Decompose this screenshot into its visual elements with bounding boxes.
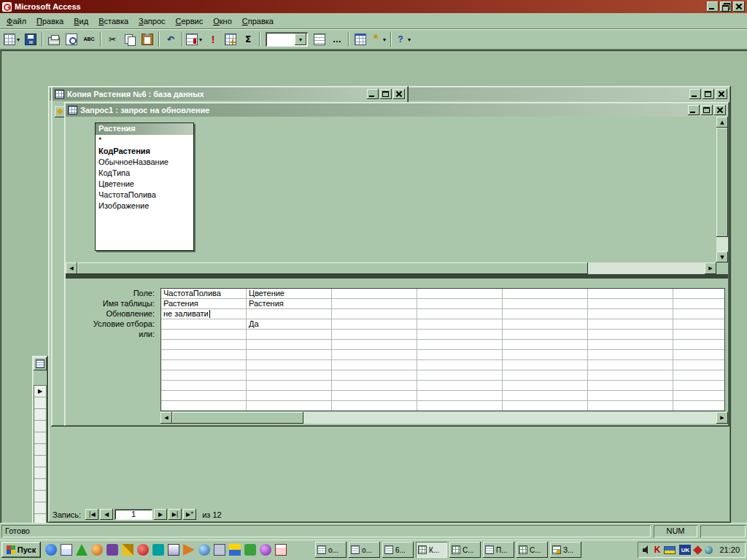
- maximize-button[interactable]: [701, 105, 713, 115]
- language-indicator[interactable]: UK: [679, 545, 691, 555]
- last-record-button[interactable]: ▶|: [169, 509, 182, 520]
- flag-icon[interactable]: [664, 546, 676, 554]
- quicklaunch-icon-11[interactable]: [198, 544, 210, 556]
- properties-button[interactable]: [311, 31, 328, 47]
- scroll-up-button[interactable]: ▲: [716, 117, 728, 128]
- grid-cell-criteria-col1[interactable]: Да: [247, 319, 259, 330]
- view-dropdown-icon[interactable]: ▾: [15, 36, 21, 43]
- new-object-button[interactable]: *▾: [369, 31, 388, 47]
- restore-button[interactable]: [720, 1, 732, 12]
- menu-tools[interactable]: Сервис: [171, 15, 209, 28]
- quicklaunch-icon-12[interactable]: [214, 544, 225, 556]
- field-list-header[interactable]: Растения: [96, 123, 193, 135]
- record-selector[interactable]: [34, 491, 46, 502]
- tray-blue-icon[interactable]: [705, 546, 713, 554]
- grid-cell-field-col0[interactable]: ЧастотаПолива: [161, 289, 221, 299]
- taskbar-button[interactable]: С...: [449, 542, 481, 558]
- record-selector[interactable]: [34, 421, 46, 432]
- close-button[interactable]: [733, 1, 745, 12]
- help-button[interactable]: ?▾: [394, 31, 413, 47]
- record-selector[interactable]: [34, 479, 46, 491]
- field-list-item[interactable]: ЧастотаПолива: [96, 190, 193, 201]
- help-dropdown-icon[interactable]: ▾: [406, 36, 412, 43]
- menu-insert[interactable]: Вставка: [93, 15, 133, 28]
- record-selector[interactable]: [34, 444, 46, 456]
- menu-view[interactable]: Вид: [69, 15, 93, 28]
- taskbar-button[interactable]: С...: [516, 542, 548, 558]
- record-selector[interactable]: [34, 432, 46, 444]
- record-selector[interactable]: [34, 467, 46, 479]
- menu-window[interactable]: Окно: [208, 15, 237, 28]
- close-button[interactable]: [393, 89, 405, 99]
- copy-button[interactable]: [121, 31, 139, 47]
- database-window-button[interactable]: [352, 31, 369, 47]
- app-titlebar[interactable]: Microsoft Access: [0, 0, 747, 13]
- field-list-item[interactable]: Изображение: [96, 201, 193, 211]
- scrollbar-thumb[interactable]: [716, 128, 728, 237]
- top-values-dropdown-button[interactable]: ▾: [295, 34, 306, 45]
- current-record-selector[interactable]: ▶: [34, 386, 46, 397]
- grid-cell-update-col0[interactable]: не заливати: [161, 309, 210, 319]
- field-list-item[interactable]: Цветение: [96, 179, 193, 190]
- minimize-button[interactable]: [688, 105, 700, 115]
- select-all-button[interactable]: [34, 357, 47, 370]
- field-list-item[interactable]: ОбычноеНазвание: [96, 157, 193, 168]
- grid-cell-table-col1[interactable]: Растения: [247, 299, 284, 309]
- record-selector[interactable]: [34, 409, 46, 421]
- taskbar-button[interactable]: о...: [315, 542, 347, 558]
- record-number-input[interactable]: 1: [115, 509, 152, 520]
- scroll-left-button[interactable]: ◀: [66, 262, 77, 274]
- query-type-dropdown-icon[interactable]: ▾: [198, 36, 204, 43]
- minimize-button[interactable]: [707, 1, 719, 12]
- scrollbar-thumb[interactable]: [77, 262, 588, 274]
- scroll-right-button[interactable]: ▶: [716, 412, 728, 424]
- record-selector[interactable]: [34, 456, 46, 467]
- record-selector[interactable]: [34, 502, 46, 514]
- run-button[interactable]: !: [204, 31, 222, 47]
- menu-query[interactable]: Запрос: [133, 15, 170, 28]
- query-type-button[interactable]: ▾: [185, 31, 204, 47]
- grid-horizontal-scrollbar[interactable]: ◀ ▶: [160, 412, 728, 424]
- quicklaunch-icon-15[interactable]: [260, 544, 271, 556]
- quicklaunch-icon-6[interactable]: [122, 544, 133, 556]
- quicklaunch-icon-1[interactable]: [45, 544, 57, 556]
- grid-cell-table-col0[interactable]: Растения: [161, 299, 198, 309]
- close-button[interactable]: [716, 89, 727, 99]
- taskbar-button[interactable]: 6...: [382, 542, 414, 558]
- query-window-titlebar[interactable]: Запрос1 : запрос на обновление: [66, 104, 728, 117]
- quicklaunch-icon-4[interactable]: [91, 544, 103, 556]
- next-record-button[interactable]: ▶: [154, 509, 167, 520]
- quicklaunch-icon-14[interactable]: [244, 544, 256, 556]
- quicklaunch-icon-7[interactable]: [137, 544, 149, 556]
- undo-button[interactable]: ↶: [162, 31, 179, 47]
- taskbar-clock[interactable]: 21:20: [716, 545, 740, 554]
- grid-cell-field-col1[interactable]: Цветение: [247, 289, 285, 299]
- menu-help[interactable]: Справка: [237, 15, 279, 28]
- previous-record-button[interactable]: ◀: [100, 509, 113, 520]
- top-values-combo[interactable]: ▾: [266, 32, 308, 47]
- print-preview-button[interactable]: [63, 31, 80, 47]
- spelling-button[interactable]: ABC: [80, 31, 98, 47]
- view-button[interactable]: ▾: [3, 31, 22, 47]
- taskbar-button[interactable]: о...: [349, 542, 380, 558]
- new-record-button[interactable]: ▶*: [183, 509, 196, 520]
- vertical-scrollbar[interactable]: ▲ ▼: [716, 117, 728, 262]
- scroll-right-button[interactable]: ▶: [705, 262, 716, 274]
- maximize-button[interactable]: [380, 89, 392, 99]
- query-design-grid[interactable]: ЧастотаПолива Цветение Растения Растения…: [160, 288, 725, 411]
- close-button[interactable]: [714, 105, 726, 115]
- first-record-button[interactable]: |◀: [85, 509, 98, 520]
- tray-red-icon[interactable]: [694, 545, 703, 555]
- taskbar-button[interactable]: П...: [483, 542, 514, 558]
- show-table-button[interactable]: [222, 31, 239, 47]
- quicklaunch-icon-9[interactable]: [168, 544, 179, 556]
- taskbar-button-active[interactable]: К...: [416, 542, 447, 558]
- menu-file[interactable]: Файл: [1, 15, 31, 28]
- volume-icon[interactable]: [642, 545, 651, 554]
- scrollbar-thumb[interactable]: [172, 412, 303, 424]
- antivirus-k-icon[interactable]: K: [654, 545, 661, 555]
- database-window-titlebar[interactable]: Копия Растения №6 : база данных: [53, 88, 407, 101]
- minimize-button[interactable]: [367, 89, 379, 99]
- taskbar-button[interactable]: З...: [550, 542, 581, 558]
- print-button[interactable]: [45, 31, 63, 47]
